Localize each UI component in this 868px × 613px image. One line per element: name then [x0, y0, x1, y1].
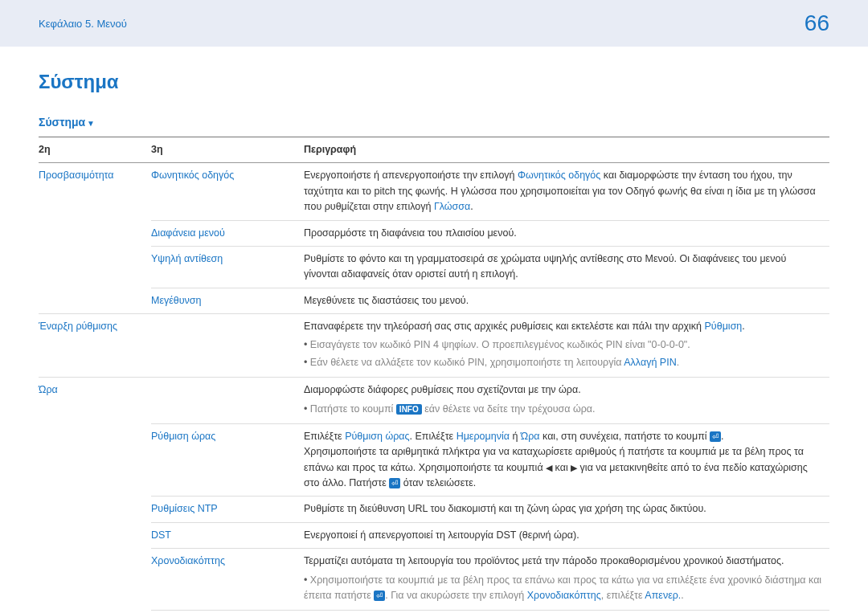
cell-dst-label: DST [151, 522, 304, 548]
right-arrow-icon: ▶ [571, 461, 577, 475]
cell-start-setup-desc: Επαναφέρετε την τηλεόρασή σας στις αρχικ… [304, 314, 829, 378]
page-content: Σύστημα Σύστημα▼ 2η 3η Περιγραφή Προσβασ… [0, 47, 868, 613]
page-title: Σύστημα [39, 71, 829, 93]
subtitle-text: Σύστημα [39, 116, 85, 129]
cell-menu-transparency-desc: Προσαρμόστε τη διαφάνεια του πλαισίου με… [304, 220, 829, 246]
cell-accessibility: Προσβασιμότητα [39, 163, 151, 314]
header-col-2: 2η [39, 137, 151, 163]
row-start-setup: Έναρξη ρύθμισης Επαναφέρετε την τηλεόρασ… [39, 314, 829, 378]
page-number: 66 [805, 10, 829, 36]
cell-high-contrast-desc: Ρυθμίστε το φόντο και τη γραμματοσειρά σ… [304, 246, 829, 288]
cell-enlarge-desc: Μεγεθύνετε τις διαστάσεις του μενού. [304, 288, 829, 313]
enter-button-icon: ⏎ [374, 591, 385, 601]
breadcrumb: Κεφάλαιο 5. Μενού [39, 18, 127, 30]
bullet-info-time: Πατήστε το κουμπί INFO εάν θέλετε να δεί… [304, 402, 823, 417]
section-subtitle: Σύστημα▼ [39, 116, 829, 129]
header-description: Περιγραφή [304, 137, 829, 163]
bullet-change-pin: Εάν θέλετε να αλλάξετε τον κωδικό PIN, χ… [304, 355, 823, 370]
cell-enlarge-label: Μεγέθυνση [151, 288, 304, 313]
cell-dst-desc: Ενεργοποιεί ή απενεργοποιεί τη λειτουργί… [304, 522, 829, 548]
menu-table: 2η 3η Περιγραφή Προσβασιμότητα Φωνητικός… [39, 137, 829, 613]
row-voice-guide: Προσβασιμότητα Φωνητικός οδηγός Ενεργοπο… [39, 163, 829, 220]
row-enlarge: Μεγέθυνση Μεγεθύνετε τις διαστάσεις του … [39, 288, 829, 313]
cell-sleep-timer-label: Χρονοδιακόπτης [151, 549, 304, 611]
info-badge-icon: INFO [396, 404, 422, 415]
enter-button-icon: ⏎ [710, 431, 721, 442]
cell-time-desc: Διαμορφώστε διάφορες ρυθμίσεις που σχετί… [304, 378, 829, 424]
row-clock-set: Ρύθμιση ώρας Επιλέξτε Ρύθμιση ώρας. Επιλ… [39, 423, 829, 497]
left-arrow-icon: ◀ [546, 461, 552, 475]
cell-menu-transparency-label: Διαφάνεια μενού [151, 220, 304, 246]
cell-ntp-desc: Ρυθμίστε τη διεύθυνση URL του διακομιστή… [304, 497, 829, 522]
bullet-sleep-timer: Χρησιμοποιήστε τα κουμπιά με τα βέλη προ… [304, 573, 823, 604]
cell-clock-set-desc: Επιλέξτε Ρύθμιση ώρας. Επιλέξτε Ημερομην… [304, 423, 829, 497]
enter-button-icon: ⏎ [389, 478, 400, 488]
cell-clock-set-label: Ρύθμιση ώρας [151, 423, 304, 497]
row-ntp: Ρυθμίσεις NTP Ρυθμίστε τη διεύθυνση URL … [39, 497, 829, 522]
header-col-3: 3η [151, 137, 304, 163]
row-time: Ώρα Διαμορφώστε διάφορες ρυθμίσεις που σ… [39, 378, 829, 424]
row-high-contrast: Υψηλή αντίθεση Ρυθμίστε το φόντο και τη … [39, 246, 829, 288]
chevron-down-icon: ▼ [87, 119, 95, 128]
row-menu-transparency: Διαφάνεια μενού Προσαρμόστε τη διαφάνεια… [39, 220, 829, 246]
cell-voice-guide-label: Φωνητικός οδηγός [151, 163, 304, 220]
cell-ntp-label: Ρυθμίσεις NTP [151, 497, 304, 522]
cell-high-contrast-label: Υψηλή αντίθεση [151, 246, 304, 288]
cell-sleep-timer-desc: Τερματίζει αυτόματα τη λειτουργία του πρ… [304, 549, 829, 611]
row-sleep-timer: Χρονοδιακόπτης Τερματίζει αυτόματα τη λε… [39, 549, 829, 611]
cell-start-setup-label: Έναρξη ρύθμισης [39, 314, 151, 378]
row-dst: DST Ενεργοποιεί ή απενεργοποιεί τη λειτο… [39, 522, 829, 548]
cell-time-label: Ώρα [39, 378, 151, 613]
bullet-pin-default: Εισαγάγετε τον κωδικό PIN 4 ψηφίων. Ο πρ… [304, 337, 823, 353]
cell-voice-guide-desc: Ενεργοποιήστε ή απενεργοποιήστε την επιλ… [304, 163, 829, 220]
page-header: Κεφάλαιο 5. Μενού 66 [0, 0, 868, 47]
